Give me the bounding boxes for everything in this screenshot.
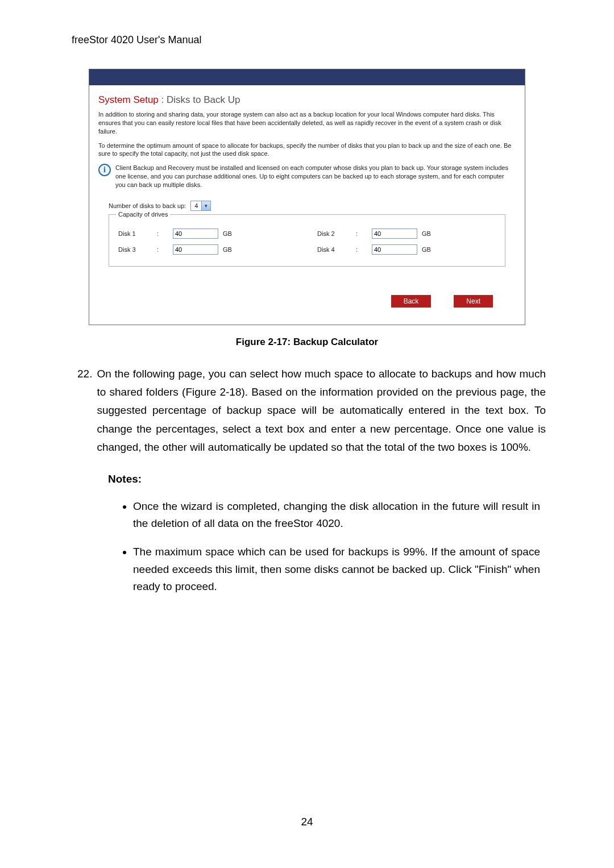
next-button[interactable]: Next	[454, 295, 493, 308]
heading-sep: :	[159, 94, 167, 105]
capacity-fieldset: Capacity of drives Disk 1 : GB Disk 2 : …	[109, 214, 505, 267]
disk-label: Disk 1	[118, 230, 152, 237]
document-header: freeStor 4020 User's Manual	[72, 34, 546, 46]
page-number: 24	[0, 816, 614, 828]
disk1-capacity-input[interactable]	[173, 229, 218, 239]
chevron-down-icon: ▾	[201, 201, 210, 210]
page-title: System Setup : Disks to Back Up	[98, 94, 516, 106]
step-number: 22.	[77, 365, 92, 456]
window-titlebar	[89, 69, 525, 85]
disk4-capacity-input[interactable]	[372, 244, 417, 255]
colon: :	[356, 246, 367, 253]
unit-label: GB	[223, 230, 240, 237]
info-icon: i	[98, 164, 111, 176]
unit-label: GB	[422, 230, 439, 237]
intro-paragraph-2: To determine the optimum amount of space…	[98, 142, 516, 159]
numdisks-select[interactable]: 4 ▾	[190, 201, 211, 211]
screenshot-figure: System Setup : Disks to Back Up In addit…	[89, 69, 525, 325]
colon: :	[157, 230, 168, 237]
numdisks-value: 4	[191, 202, 201, 209]
info-text: Client Backup and Recovery must be insta…	[115, 164, 516, 189]
colon: :	[157, 246, 168, 253]
colon: :	[356, 230, 367, 237]
unit-label: GB	[422, 246, 439, 253]
disk2-capacity-input[interactable]	[372, 229, 417, 239]
disk-label: Disk 2	[317, 230, 351, 237]
unit-label: GB	[223, 246, 240, 253]
notes-heading: Notes:	[108, 470, 546, 488]
disk3-capacity-input[interactable]	[173, 244, 218, 255]
disk-label: Disk 3	[118, 246, 152, 253]
intro-paragraph-1: In addition to storing and sharing data,…	[98, 110, 516, 136]
fieldset-legend: Capacity of drives	[116, 211, 170, 218]
note-item: Once the wizard is completed, changing t…	[133, 498, 546, 533]
disk-label: Disk 4	[317, 246, 351, 253]
back-button[interactable]: Back	[391, 295, 432, 308]
heading-prefix: System Setup	[98, 94, 159, 105]
note-item: The maximum space which can be used for …	[133, 543, 546, 595]
heading-main: Disks to Back Up	[167, 94, 240, 105]
figure-caption: Figure 2-17: Backup Calculator	[68, 337, 546, 348]
step-22: 22. On the following page, you can selec…	[77, 365, 546, 456]
numdisks-label: Number of disks to back up:	[109, 202, 186, 209]
step-text: On the following page, you can select ho…	[97, 365, 546, 456]
